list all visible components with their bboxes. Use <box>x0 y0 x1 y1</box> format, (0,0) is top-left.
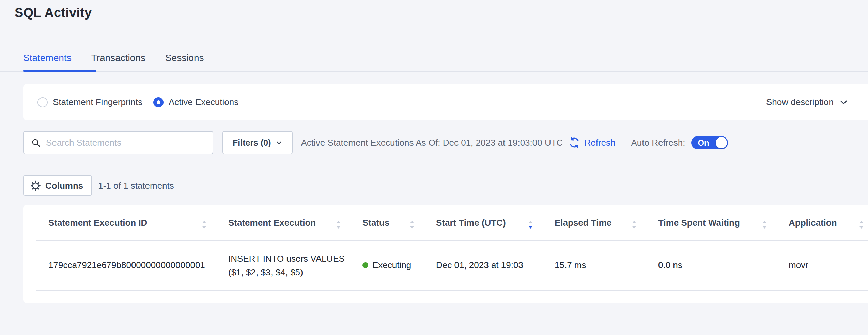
sort-icon[interactable] <box>409 220 415 229</box>
results-count: 1-1 of 1 statements <box>98 180 174 191</box>
header-application[interactable]: Application <box>777 205 868 240</box>
columns-button[interactable]: Columns <box>23 175 92 196</box>
gear-icon <box>30 180 41 191</box>
cell-application: movr <box>777 240 868 290</box>
statement-text-line1: INSERT INTO users VALUES <box>228 252 344 265</box>
cell-statement-execution[interactable]: INSERT INTO users VALUES ($1, $2, $3, $4… <box>216 240 351 290</box>
sort-icon[interactable] <box>336 220 341 229</box>
header-label[interactable]: Statement Execution <box>228 217 316 232</box>
cell-time-spent-waiting: 0.0 ns <box>646 240 777 290</box>
radio-active-executions[interactable]: Active Executions <box>153 97 238 107</box>
executions-table: Statement Execution ID Statement Executi… <box>36 205 868 291</box>
cell-status: Executing <box>351 240 424 290</box>
cell-execution-id[interactable]: 179cca7921e679b80000000000000001 <box>36 240 216 290</box>
sql-activity-page: SQL Activity Statements Transactions Ses… <box>0 0 868 335</box>
header-time-spent-waiting[interactable]: Time Spent Waiting <box>646 205 777 240</box>
executions-table-card: Statement Execution ID Statement Executi… <box>23 205 868 303</box>
tab-bar: Statements Transactions Sessions <box>0 52 868 73</box>
status-label: Executing <box>372 260 411 271</box>
as-of-timestamp-text: Active Statement Executions As Of: Dec 0… <box>301 137 563 148</box>
toggle-state-label: On <box>698 136 709 149</box>
search-input[interactable] <box>46 137 196 148</box>
header-statement-execution[interactable]: Statement Execution <box>216 205 351 240</box>
chevron-down-icon <box>276 139 282 146</box>
tab-transactions[interactable]: Transactions <box>91 52 145 64</box>
chevron-down-icon <box>839 98 848 107</box>
show-description-label: Show description <box>766 97 834 107</box>
search-box[interactable] <box>23 131 213 154</box>
statement-text-line2: ($1, $2, $3, $4, $5) <box>228 265 344 279</box>
sort-icon[interactable] <box>762 220 767 229</box>
view-mode-card: Statement Fingerprints Active Executions… <box>23 84 868 120</box>
refresh-label: Refresh <box>584 137 615 148</box>
columns-button-label: Columns <box>45 180 83 191</box>
header-label[interactable]: Status <box>362 217 389 232</box>
refresh-button[interactable]: Refresh <box>568 136 615 149</box>
filters-button[interactable]: Filters (0) <box>222 131 293 154</box>
table-row: 179cca7921e679b80000000000000001 INSERT … <box>36 240 868 290</box>
cell-elapsed-time: 15.7 ms <box>543 240 646 290</box>
status-dot-icon <box>362 262 368 268</box>
search-icon <box>31 138 41 148</box>
sort-icon[interactable] <box>528 220 533 229</box>
auto-refresh-toggle[interactable]: On <box>691 136 728 149</box>
active-tab-indicator <box>23 70 96 72</box>
header-label[interactable]: Application <box>789 217 837 232</box>
header-label[interactable]: Start Time (UTC) <box>436 217 506 232</box>
sort-icon[interactable] <box>202 220 207 229</box>
tab-statements[interactable]: Statements <box>23 52 72 64</box>
radio-icon[interactable] <box>37 97 48 107</box>
header-label[interactable]: Statement Execution ID <box>48 217 147 232</box>
statements-toolbar: Filters (0) Active Statement Executions … <box>23 131 868 154</box>
radio-label: Statement Fingerprints <box>53 97 142 107</box>
radio-icon[interactable] <box>153 97 164 107</box>
refresh-icon <box>568 136 581 149</box>
table-controls-row: Columns 1-1 of 1 statements <box>23 175 174 196</box>
header-label[interactable]: Elapsed Time <box>555 217 611 232</box>
radio-label: Active Executions <box>169 97 238 107</box>
header-statement-execution-id[interactable]: Statement Execution ID <box>36 205 216 240</box>
table-header-row: Statement Execution ID Statement Executi… <box>36 205 868 240</box>
page-title: SQL Activity <box>15 5 92 20</box>
header-start-time[interactable]: Start Time (UTC) <box>424 205 543 240</box>
header-label[interactable]: Time Spent Waiting <box>658 217 740 232</box>
sort-icon[interactable] <box>632 220 637 229</box>
header-status[interactable]: Status <box>351 205 424 240</box>
filters-label: Filters (0) <box>233 138 271 148</box>
sort-icon[interactable] <box>859 220 864 229</box>
toolbar-divider <box>621 132 621 153</box>
cell-start-time: Dec 01, 2023 at 19:03 <box>424 240 543 290</box>
auto-refresh-label: Auto Refresh: <box>631 137 685 148</box>
header-elapsed-time[interactable]: Elapsed Time <box>543 205 646 240</box>
show-description-toggle[interactable]: Show description <box>766 97 848 107</box>
toggle-knob[interactable] <box>716 137 727 148</box>
radio-statement-fingerprints[interactable]: Statement Fingerprints <box>37 97 142 107</box>
tab-divider-line <box>0 71 868 72</box>
tab-sessions[interactable]: Sessions <box>165 52 204 64</box>
view-mode-radio-group: Statement Fingerprints Active Executions <box>37 97 766 107</box>
